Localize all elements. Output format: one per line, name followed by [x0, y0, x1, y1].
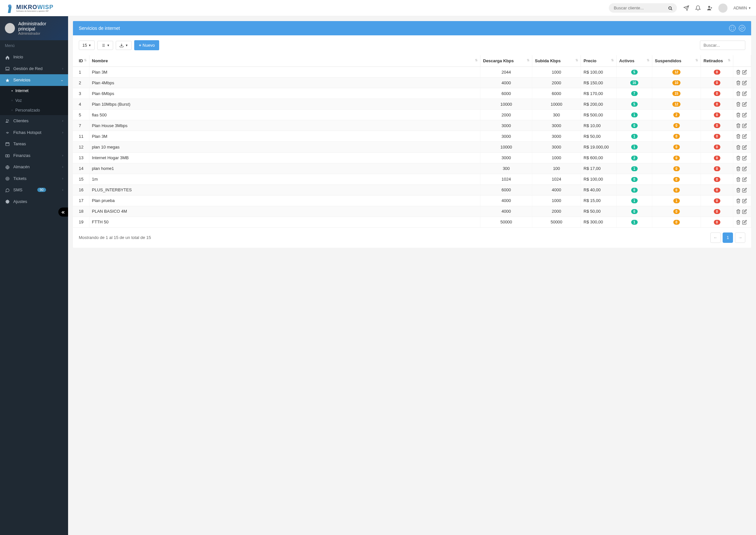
badge-activos: 5 [631, 102, 638, 107]
cell-activos: 0 [617, 206, 652, 216]
cell-precio: R$ 40,00 [581, 184, 617, 195]
edit-icon[interactable] [742, 134, 747, 139]
cell-retirados: 0 [701, 153, 733, 163]
edit-icon[interactable] [742, 91, 747, 96]
edit-icon[interactable] [742, 177, 747, 182]
sms-badge: 90 [37, 188, 46, 192]
client-search[interactable] [609, 3, 677, 12]
cell-descarga: 6000 [480, 184, 532, 195]
cell-suspendidos: 0 [652, 184, 701, 195]
brand-logo[interactable]: MIKROWISP Software de facturación y gest… [5, 3, 53, 13]
user-avatar-header[interactable] [718, 4, 727, 13]
edit-icon[interactable] [742, 219, 747, 225]
refresh-icon[interactable] [739, 25, 745, 31]
new-button[interactable]: + Nuevo [134, 40, 159, 50]
sidebar-item-tickets[interactable]: Tickets › [0, 173, 68, 184]
cell-precio: R$ 50,00 [581, 206, 617, 216]
sidebar-item-label: Inicio [13, 54, 23, 59]
delete-icon[interactable] [736, 112, 741, 117]
badge-activos: 0 [631, 123, 638, 128]
submenu-item-internet[interactable]: Internet [0, 86, 68, 96]
user-plus-icon[interactable] [707, 5, 713, 11]
delete-icon[interactable] [736, 144, 741, 150]
cell-id: 2 [73, 77, 89, 88]
cell-actions [733, 216, 751, 227]
edit-icon[interactable] [742, 144, 747, 150]
delete-icon[interactable] [736, 91, 741, 96]
cell-nombre: Internet Hogar 3MB [89, 153, 480, 163]
badge-suspendidos: 10 [672, 80, 681, 85]
edit-icon[interactable] [742, 80, 747, 85]
view-list-dropdown[interactable]: ▼ [97, 41, 113, 50]
edit-icon[interactable] [742, 166, 747, 171]
col-subida[interactable]: Subida Kbps [532, 55, 581, 67]
cell-suspendidos: 0 [652, 174, 701, 184]
client-search-input[interactable] [614, 6, 668, 10]
edit-icon[interactable] [742, 101, 747, 107]
chevron-right-icon: › [62, 154, 63, 157]
delete-icon[interactable] [736, 155, 741, 160]
delete-icon[interactable] [736, 166, 741, 171]
sidebar-item-sms[interactable]: SMS 90 › [0, 184, 68, 196]
cell-subida: 300 [532, 110, 581, 120]
delete-icon[interactable] [736, 123, 741, 128]
sidebar-item-clientes[interactable]: Clientes › [0, 115, 68, 127]
delete-icon[interactable] [736, 187, 741, 193]
send-icon[interactable] [684, 5, 689, 11]
col-precio[interactable]: Precio [581, 55, 617, 67]
page-next-button[interactable]: → [735, 233, 745, 243]
sidebar-item-almacen[interactable]: Almacén › [0, 161, 68, 173]
delete-icon[interactable] [736, 177, 741, 182]
col-id[interactable]: ID [73, 55, 89, 67]
edit-icon[interactable] [742, 187, 747, 193]
badge-retirados: 0 [714, 177, 720, 182]
svg-rect-7 [6, 143, 10, 146]
cell-retirados: 0 [701, 77, 733, 88]
sidebar-item-servicios[interactable]: Servicios ⌄ [0, 74, 68, 86]
delete-icon[interactable] [736, 134, 741, 139]
sidebar-item-tareas[interactable]: Tareas [0, 138, 68, 150]
export-dropdown[interactable]: ▼ [116, 41, 132, 50]
col-suspendidos[interactable]: Suspendidos [652, 55, 701, 67]
submenu-item-voz[interactable]: Voz [0, 96, 68, 105]
submenu-item-personalizado[interactable]: Personalizado [0, 105, 68, 115]
page-prev-button[interactable]: ← [710, 233, 721, 243]
col-descarga[interactable]: Descarga Kbps [480, 55, 532, 67]
col-nombre[interactable]: Nombre [89, 55, 480, 67]
col-retirados[interactable]: Retirados [701, 55, 733, 67]
sidebar-collapse-button[interactable] [58, 208, 68, 216]
edit-icon[interactable] [742, 70, 747, 74]
edit-icon[interactable] [742, 112, 747, 117]
edit-icon[interactable] [742, 123, 747, 128]
search-icon[interactable] [668, 5, 673, 10]
col-activos[interactable]: Activos [617, 55, 652, 67]
table-row: 151m10241024R$ 100,00000 [73, 174, 751, 184]
edit-icon[interactable] [742, 198, 747, 203]
delete-icon[interactable] [736, 198, 741, 203]
sidebar-item-finanzas[interactable]: Finanzas › [0, 150, 68, 161]
page-size-dropdown[interactable]: 15 ▼ [79, 41, 95, 50]
page-number-button[interactable]: 1 [723, 233, 733, 243]
delete-icon[interactable] [736, 70, 741, 74]
delete-icon[interactable] [736, 219, 741, 225]
table-filter-input[interactable] [700, 41, 745, 50]
bell-icon[interactable] [695, 5, 701, 11]
cell-suspendidos: 0 [652, 163, 701, 174]
cell-suspendidos: 2 [652, 110, 701, 120]
edit-icon[interactable] [742, 155, 747, 160]
sidebar-item-gestion-red[interactable]: Gestión de Red › [0, 63, 68, 74]
badge-activos: 5 [631, 70, 638, 74]
calendar-icon [5, 141, 10, 147]
cell-precio: R$ 10,00 [581, 120, 617, 131]
delete-icon[interactable] [736, 209, 741, 214]
sidebar-item-label: Almacén [13, 164, 30, 169]
sidebar-item-inicio[interactable]: Inicio [0, 51, 68, 63]
delete-icon[interactable] [736, 80, 741, 85]
delete-icon[interactable] [736, 101, 741, 107]
edit-icon[interactable] [742, 209, 747, 214]
sidebar-item-ajustes[interactable]: Ajustes [0, 196, 68, 208]
cell-descarga: 3000 [480, 131, 532, 142]
sidebar-item-fichas-hotspot[interactable]: Fichas Hotspot › [0, 127, 68, 138]
expand-icon[interactable] [729, 25, 736, 31]
admin-dropdown[interactable]: ADMIN ▼ [733, 6, 751, 10]
